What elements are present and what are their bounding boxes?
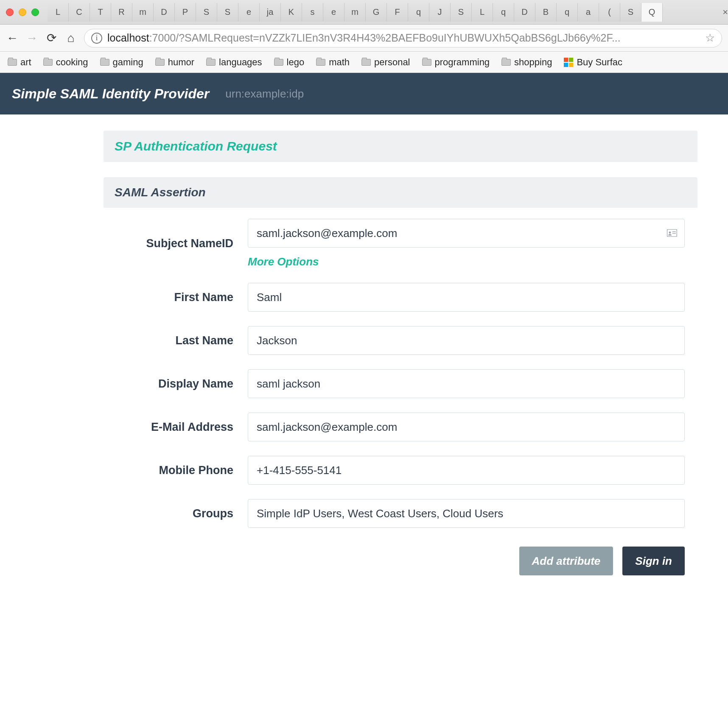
browser-tab[interactable]: K xyxy=(281,3,302,22)
browser-tab[interactable]: S xyxy=(217,3,238,22)
browser-tab[interactable]: B xyxy=(535,3,557,22)
browser-tab[interactable]: D xyxy=(154,3,175,22)
browser-tab[interactable]: P xyxy=(175,3,196,22)
browser-tab[interactable]: D xyxy=(514,3,535,22)
browser-tab[interactable]: L xyxy=(472,3,493,22)
browser-tabs: LCTRmDPSSejaKsemGFqJSLqDBqa(SQ xyxy=(48,3,719,22)
close-window-icon[interactable] xyxy=(6,8,14,16)
bookmark-buy-surface[interactable]: Buy Surfac xyxy=(564,57,622,68)
browser-tab[interactable]: S xyxy=(196,3,217,22)
input-subject-nameid[interactable] xyxy=(248,219,685,248)
label-mobile: Mobile Phone xyxy=(116,464,248,477)
browser-tab[interactable]: q xyxy=(557,3,578,22)
input-email[interactable] xyxy=(248,413,685,441)
folder-icon xyxy=(100,59,109,66)
browser-tab[interactable]: a xyxy=(578,3,599,22)
browser-tab[interactable]: G xyxy=(366,3,387,22)
page-content: SP Authentication Request SAML Assertion… xyxy=(0,114,728,593)
zoom-window-icon[interactable] xyxy=(31,8,39,16)
add-attribute-button[interactable]: Add attribute xyxy=(519,547,613,575)
assertion-heading: SAML Assertion xyxy=(104,177,697,208)
label-subject-nameid: Subject NameID xyxy=(116,237,248,250)
bookmark-shopping[interactable]: shopping xyxy=(501,57,552,68)
url-port: :7000 xyxy=(149,32,176,44)
browser-tab[interactable]: S xyxy=(451,3,472,22)
svg-point-1 xyxy=(669,232,671,234)
bookmark-languages[interactable]: languages xyxy=(206,57,262,68)
address-bar[interactable]: i localhost:7000/?SAMLRequest=nVZZk7LIEn… xyxy=(84,29,722,47)
assertion-form: Subject NameID More Options First Name L… xyxy=(104,208,697,593)
bookmark-label: humor xyxy=(168,57,194,68)
browser-tab[interactable]: m xyxy=(344,3,366,22)
browser-chrome: LCTRmDPSSejaKsemGFqJSLqDBqa(SQ × ← → ⟳ ⌂… xyxy=(0,0,728,73)
row-display-name: Display Name xyxy=(116,369,685,398)
folder-icon xyxy=(501,59,511,66)
label-last-name: Last Name xyxy=(116,334,248,347)
browser-tab[interactable]: ( xyxy=(599,3,620,22)
row-subject-nameid: Subject NameID More Options xyxy=(116,219,685,268)
browser-tab[interactable]: R xyxy=(111,3,132,22)
bookmark-math[interactable]: math xyxy=(316,57,350,68)
bookmark-gaming[interactable]: gaming xyxy=(100,57,143,68)
folder-icon xyxy=(43,59,53,66)
reload-icon[interactable]: ⟳ xyxy=(45,31,58,45)
bookmark-label: math xyxy=(329,57,350,68)
sp-request-heading[interactable]: SP Authentication Request xyxy=(104,131,697,162)
bookmark-label: personal xyxy=(374,57,410,68)
browser-tab[interactable]: q xyxy=(493,3,514,22)
folder-icon xyxy=(206,59,216,66)
browser-tab[interactable]: S xyxy=(620,3,641,22)
app-title: Simple SAML Identity Provider xyxy=(12,86,209,102)
bookmark-label: shopping xyxy=(514,57,552,68)
bookmark-art[interactable]: art xyxy=(8,57,31,68)
window-controls xyxy=(6,8,39,16)
browser-tab[interactable]: q xyxy=(408,3,429,22)
folder-icon xyxy=(155,59,165,66)
row-email: E-Mail Address xyxy=(116,413,685,441)
label-groups: Groups xyxy=(116,507,248,520)
bookmark-star-icon[interactable]: ☆ xyxy=(705,31,715,45)
input-first-name[interactable] xyxy=(248,283,685,312)
browser-tab[interactable]: s xyxy=(302,3,323,22)
browser-tab[interactable]: e xyxy=(323,3,344,22)
bookmark-lego[interactable]: lego xyxy=(274,57,305,68)
site-info-icon[interactable]: i xyxy=(91,33,102,44)
folder-icon xyxy=(422,59,431,66)
browser-tab[interactable]: C xyxy=(69,3,90,22)
row-mobile: Mobile Phone xyxy=(116,456,685,485)
contact-card-icon[interactable] xyxy=(667,227,677,240)
forward-icon[interactable]: → xyxy=(25,31,38,45)
input-groups[interactable] xyxy=(248,499,685,528)
sp-request-panel: SP Authentication Request xyxy=(104,131,697,162)
bookmark-label: gaming xyxy=(113,57,143,68)
app-subtitle: urn:example:idp xyxy=(225,87,304,100)
back-icon[interactable]: ← xyxy=(6,31,19,45)
toolbar: ← → ⟳ ⌂ i localhost:7000/?SAMLRequest=nV… xyxy=(0,25,728,52)
input-mobile[interactable] xyxy=(248,456,685,485)
more-options-link[interactable]: More Options xyxy=(248,255,319,268)
home-icon[interactable]: ⌂ xyxy=(64,31,77,45)
bookmark-label: Buy Surfac xyxy=(577,57,622,68)
browser-tab[interactable]: m xyxy=(132,3,154,22)
browser-tab[interactable]: T xyxy=(90,3,111,22)
bookmark-programming[interactable]: programming xyxy=(422,57,490,68)
bookmark-humor[interactable]: humor xyxy=(155,57,194,68)
browser-tab[interactable]: Q xyxy=(641,3,663,22)
app-header: Simple SAML Identity Provider urn:exampl… xyxy=(0,73,728,114)
input-display-name[interactable] xyxy=(248,369,685,398)
minimize-window-icon[interactable] xyxy=(19,8,26,16)
browser-tab[interactable]: F xyxy=(387,3,408,22)
close-tab-icon[interactable]: × xyxy=(722,7,728,18)
browser-tab[interactable]: J xyxy=(429,3,451,22)
bookmark-personal[interactable]: personal xyxy=(361,57,410,68)
assertion-panel: SAML Assertion Subject NameID More Optio… xyxy=(104,177,697,593)
bookmark-cooking[interactable]: cooking xyxy=(43,57,88,68)
browser-tab[interactable]: e xyxy=(238,3,260,22)
browser-tab[interactable]: ja xyxy=(260,3,281,22)
sign-in-button[interactable]: Sign in xyxy=(622,547,685,575)
bookmark-label: art xyxy=(20,57,31,68)
input-last-name[interactable] xyxy=(248,326,685,355)
form-actions: Add attribute Sign in xyxy=(116,547,685,575)
browser-tab[interactable]: L xyxy=(48,3,69,22)
bookmarks-bar: artcookinggaminghumorlanguageslegomathpe… xyxy=(0,52,728,73)
